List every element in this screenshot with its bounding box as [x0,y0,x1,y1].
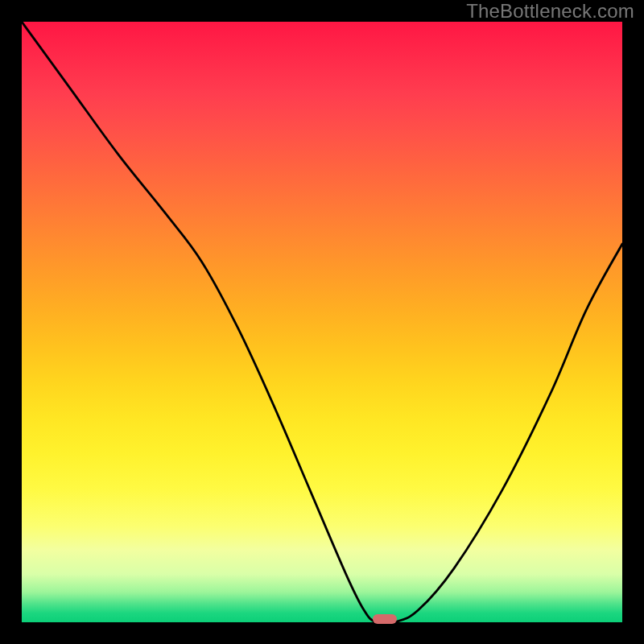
optimal-point-marker [373,614,397,624]
plot-gradient-background [22,22,622,622]
chart-frame: TheBottleneck.com [0,0,644,644]
watermark-text: TheBottleneck.com [466,0,634,23]
